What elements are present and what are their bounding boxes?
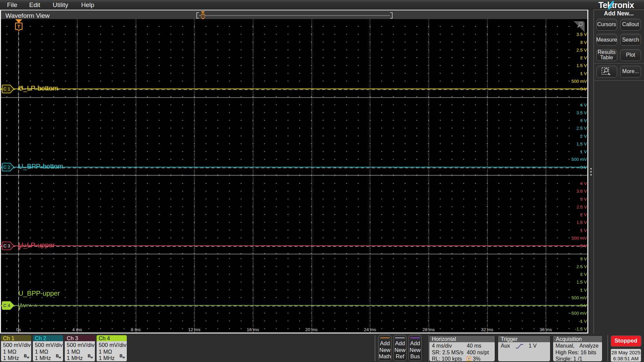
- svg-text:C 4: C 4: [3, 303, 10, 308]
- svg-text:T: T: [202, 14, 204, 18]
- svg-text:Tektronix: Tektronix: [598, 1, 634, 10]
- svg-text:T: T: [468, 357, 470, 360]
- svg-text:C 1: C 1: [3, 86, 10, 91]
- svg-text:C 3: C 3: [3, 243, 10, 248]
- svg-text:T: T: [17, 23, 20, 29]
- svg-text:C 2: C 2: [3, 165, 10, 170]
